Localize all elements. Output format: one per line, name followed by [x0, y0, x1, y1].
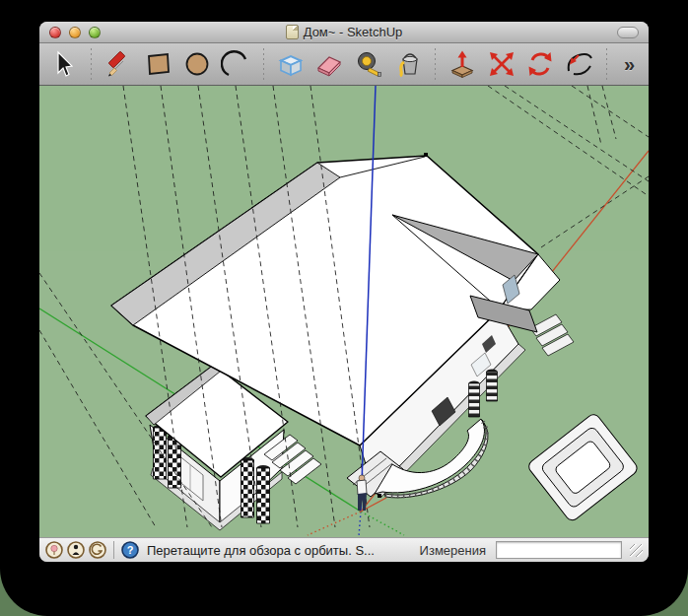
- measurements-input[interactable]: [496, 541, 622, 559]
- paint-bucket-tool-button[interactable]: [391, 47, 425, 81]
- measurements-label: Измерения: [420, 543, 486, 558]
- status-person-icon[interactable]: [67, 541, 85, 559]
- pencil-icon: [103, 49, 133, 79]
- toolbar: »: [39, 43, 649, 86]
- arc-icon: [221, 49, 250, 79]
- window-title: Дом~ - SketchUp: [304, 25, 403, 39]
- orbit-tool-button[interactable]: [563, 47, 596, 81]
- eraser-icon: [314, 49, 344, 79]
- line-tool-button[interactable]: [103, 47, 136, 81]
- resize-grip[interactable]: [630, 544, 643, 557]
- rotate-tool-button[interactable]: [524, 47, 558, 81]
- box-up-arrow-icon: [447, 49, 477, 79]
- select-tool-button[interactable]: [47, 47, 81, 81]
- toolbar-separator: [434, 48, 436, 80]
- toolbar-toggle-button[interactable]: [617, 27, 639, 38]
- document-icon: [286, 25, 299, 39]
- toolbar-overflow-button[interactable]: »: [618, 53, 641, 76]
- paint-bucket-icon: [393, 49, 423, 79]
- status-google-icon[interactable]: [89, 541, 106, 559]
- help-icon[interactable]: ?: [121, 541, 139, 559]
- tape-measure-icon: [354, 49, 383, 79]
- rectangle-icon: [143, 49, 172, 79]
- rectangle-tool-button[interactable]: [141, 47, 174, 81]
- circle-tool-button[interactable]: [180, 47, 214, 81]
- eraser-tool-button[interactable]: [313, 47, 347, 81]
- sketchup-window: Дом~ - SketchUp: [39, 22, 649, 562]
- statusbar: ? Перетащите для обзора с орбиты. S... И…: [39, 537, 649, 562]
- move-tool-button[interactable]: [485, 47, 518, 81]
- selection-endpoint: [378, 494, 381, 498]
- toolbar-separator: [91, 48, 93, 80]
- scene-canvas[interactable]: [39, 86, 649, 537]
- traffic-lights: [49, 27, 101, 38]
- circular-arrows-icon: [525, 49, 555, 79]
- toolbar-separator: [262, 48, 264, 80]
- push-pull-tool-button[interactable]: [446, 47, 479, 81]
- close-button[interactable]: [49, 27, 61, 38]
- minimize-button[interactable]: [69, 27, 81, 38]
- orbit-arrows-icon: [565, 49, 594, 79]
- title-area: Дом~ - SketchUp: [39, 25, 649, 39]
- model-viewport[interactable]: [39, 86, 649, 537]
- blue-box-icon: [276, 49, 306, 79]
- toolbar-separator: [606, 48, 608, 80]
- arc-tool-button[interactable]: [219, 47, 252, 81]
- svg-text:?: ?: [127, 544, 134, 556]
- cursor-arrow-icon: [49, 49, 79, 79]
- status-hint: Перетащите для обзора с орбиты. S...: [147, 543, 375, 558]
- tape-measure-tool-button[interactable]: [352, 47, 385, 81]
- circle-icon: [182, 49, 212, 79]
- titlebar[interactable]: Дом~ - SketchUp: [39, 22, 649, 43]
- four-arrows-icon: [487, 49, 516, 79]
- statusbar-divider: [113, 541, 114, 559]
- zoom-button[interactable]: [89, 27, 101, 38]
- make-component-tool-button[interactable]: [274, 47, 308, 81]
- status-balloon-icon[interactable]: [45, 541, 63, 559]
